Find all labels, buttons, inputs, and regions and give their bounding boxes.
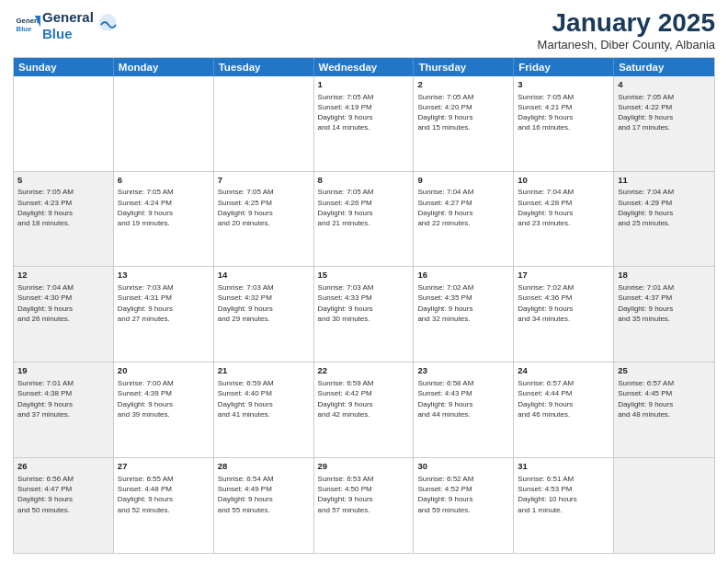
calendar-cell: 3Sunrise: 7:05 AM Sunset: 4:21 PM Daylig…	[514, 76, 614, 171]
day-number: 31	[518, 461, 609, 473]
day-info: Sunrise: 7:05 AM Sunset: 4:20 PM Dayligh…	[417, 92, 509, 133]
day-number: 13	[118, 270, 210, 282]
day-info: Sunrise: 6:56 AM Sunset: 4:47 PM Dayligh…	[17, 474, 109, 515]
day-info: Sunrise: 6:59 AM Sunset: 4:40 PM Dayligh…	[218, 378, 310, 419]
day-number: 19	[17, 365, 109, 377]
day-info: Sunrise: 7:02 AM Sunset: 4:36 PM Dayligh…	[518, 282, 609, 324]
calendar-week: 26Sunrise: 6:56 AM Sunset: 4:47 PM Dayli…	[14, 458, 714, 553]
calendar-cell: 22Sunrise: 6:59 AM Sunset: 4:42 PM Dayli…	[314, 362, 415, 457]
location: Martanesh, Diber County, Albania	[538, 38, 715, 52]
weekday-header: Friday	[514, 58, 614, 76]
weekday-header: Wednesday	[314, 58, 415, 76]
logo-icon: General Blue	[15, 13, 40, 39]
day-number: 1	[318, 79, 410, 91]
day-info: Sunrise: 7:04 AM Sunset: 4:29 PM Dayligh…	[618, 187, 711, 228]
day-info: Sunrise: 7:00 AM Sunset: 4:39 PM Dayligh…	[118, 378, 210, 419]
day-number: 8	[318, 175, 410, 187]
logo-general: General	[42, 9, 94, 25]
day-number: 23	[417, 365, 509, 377]
day-info: Sunrise: 6:52 AM Sunset: 4:52 PM Dayligh…	[417, 474, 509, 515]
day-number: 4	[618, 79, 711, 91]
day-info: Sunrise: 6:54 AM Sunset: 4:49 PM Dayligh…	[218, 474, 310, 515]
day-number: 28	[218, 461, 310, 473]
day-number: 15	[318, 270, 410, 282]
day-number: 9	[417, 175, 509, 187]
calendar-cell: 21Sunrise: 6:59 AM Sunset: 4:40 PM Dayli…	[214, 362, 314, 457]
calendar: SundayMondayTuesdayWednesdayThursdayFrid…	[13, 57, 715, 554]
calendar-cell: 19Sunrise: 7:01 AM Sunset: 4:38 PM Dayli…	[14, 362, 114, 457]
calendar-cell: 25Sunrise: 6:57 AM Sunset: 4:45 PM Dayli…	[614, 362, 714, 457]
calendar-cell: 9Sunrise: 7:04 AM Sunset: 4:27 PM Daylig…	[414, 172, 514, 267]
day-number: 18	[618, 270, 711, 282]
day-info: Sunrise: 7:01 AM Sunset: 4:38 PM Dayligh…	[17, 378, 109, 419]
calendar-cell: 5Sunrise: 7:05 AM Sunset: 4:23 PM Daylig…	[14, 172, 114, 267]
day-number: 20	[118, 365, 210, 377]
day-number: 14	[218, 270, 310, 282]
day-info: Sunrise: 7:05 AM Sunset: 4:22 PM Dayligh…	[618, 92, 711, 133]
day-number: 3	[518, 79, 609, 91]
title-area: January 2025 Martanesh, Diber County, Al…	[538, 9, 715, 52]
calendar-week: 19Sunrise: 7:01 AM Sunset: 4:38 PM Dayli…	[14, 362, 714, 458]
calendar-cell: 23Sunrise: 6:58 AM Sunset: 4:43 PM Dayli…	[414, 362, 514, 457]
day-number: 24	[518, 365, 609, 377]
logo-blue: Blue	[42, 26, 73, 41]
day-info: Sunrise: 6:57 AM Sunset: 4:45 PM Dayligh…	[618, 378, 711, 419]
day-info: Sunrise: 7:05 AM Sunset: 4:24 PM Dayligh…	[118, 187, 210, 228]
day-info: Sunrise: 6:57 AM Sunset: 4:44 PM Dayligh…	[518, 378, 609, 419]
month-year: January 2025	[538, 9, 715, 38]
calendar-cell: 14Sunrise: 7:03 AM Sunset: 4:32 PM Dayli…	[214, 267, 314, 362]
day-number: 2	[417, 79, 509, 91]
calendar-cell: 8Sunrise: 7:05 AM Sunset: 4:26 PM Daylig…	[314, 172, 415, 267]
day-number: 30	[417, 461, 509, 473]
day-number: 17	[518, 270, 609, 282]
header: General Blue General Blue January 2025 M…	[13, 9, 715, 52]
day-info: Sunrise: 7:03 AM Sunset: 4:32 PM Dayligh…	[218, 282, 310, 324]
calendar-cell: 30Sunrise: 6:52 AM Sunset: 4:52 PM Dayli…	[414, 458, 514, 553]
weekday-header: Sunday	[14, 58, 114, 76]
calendar-cell: 1Sunrise: 7:05 AM Sunset: 4:19 PM Daylig…	[314, 76, 415, 171]
day-number: 21	[218, 365, 310, 377]
calendar-cell: 6Sunrise: 7:05 AM Sunset: 4:24 PM Daylig…	[114, 172, 214, 267]
day-info: Sunrise: 7:04 AM Sunset: 4:27 PM Dayligh…	[417, 187, 509, 228]
calendar-header: SundayMondayTuesdayWednesdayThursdayFrid…	[14, 58, 714, 76]
calendar-cell: 20Sunrise: 7:00 AM Sunset: 4:39 PM Dayli…	[114, 362, 214, 457]
calendar-week: 12Sunrise: 7:04 AM Sunset: 4:30 PM Dayli…	[14, 267, 714, 362]
day-info: Sunrise: 7:03 AM Sunset: 4:33 PM Dayligh…	[318, 282, 410, 324]
day-info: Sunrise: 7:05 AM Sunset: 4:25 PM Dayligh…	[218, 187, 310, 228]
calendar-cell: 26Sunrise: 6:56 AM Sunset: 4:47 PM Dayli…	[14, 458, 114, 553]
day-number: 22	[318, 365, 410, 377]
day-info: Sunrise: 6:51 AM Sunset: 4:53 PM Dayligh…	[518, 474, 609, 515]
calendar-week: 5Sunrise: 7:05 AM Sunset: 4:23 PM Daylig…	[14, 172, 714, 268]
svg-text:Blue: Blue	[17, 25, 33, 33]
weekday-header: Thursday	[414, 58, 514, 76]
day-number: 7	[218, 175, 310, 187]
day-info: Sunrise: 6:55 AM Sunset: 4:48 PM Dayligh…	[118, 474, 210, 515]
day-info: Sunrise: 7:03 AM Sunset: 4:31 PM Dayligh…	[118, 282, 210, 324]
calendar-cell: 28Sunrise: 6:54 AM Sunset: 4:49 PM Dayli…	[214, 458, 314, 553]
day-info: Sunrise: 7:05 AM Sunset: 4:23 PM Dayligh…	[17, 187, 109, 228]
calendar-cell: 2Sunrise: 7:05 AM Sunset: 4:20 PM Daylig…	[414, 76, 514, 171]
day-info: Sunrise: 7:02 AM Sunset: 4:35 PM Dayligh…	[417, 282, 509, 324]
day-info: Sunrise: 6:58 AM Sunset: 4:43 PM Dayligh…	[417, 378, 509, 419]
calendar-cell	[14, 76, 114, 171]
weekday-header: Monday	[114, 58, 214, 76]
calendar-week: 1Sunrise: 7:05 AM Sunset: 4:19 PM Daylig…	[14, 76, 714, 172]
logo-wave-icon	[97, 12, 118, 32]
calendar-cell: 15Sunrise: 7:03 AM Sunset: 4:33 PM Dayli…	[314, 267, 415, 362]
day-number: 27	[118, 461, 210, 473]
weekday-header: Saturday	[614, 58, 714, 76]
day-info: Sunrise: 7:01 AM Sunset: 4:37 PM Dayligh…	[618, 282, 711, 324]
calendar-cell: 11Sunrise: 7:04 AM Sunset: 4:29 PM Dayli…	[614, 172, 714, 267]
calendar-cell: 31Sunrise: 6:51 AM Sunset: 4:53 PM Dayli…	[514, 458, 614, 553]
day-number: 26	[17, 461, 109, 473]
day-info: Sunrise: 6:59 AM Sunset: 4:42 PM Dayligh…	[318, 378, 410, 419]
day-info: Sunrise: 7:05 AM Sunset: 4:19 PM Dayligh…	[318, 92, 410, 133]
calendar-cell: 12Sunrise: 7:04 AM Sunset: 4:30 PM Dayli…	[14, 267, 114, 362]
day-number: 11	[618, 175, 711, 187]
weekday-header: Tuesday	[214, 58, 314, 76]
calendar-cell: 7Sunrise: 7:05 AM Sunset: 4:25 PM Daylig…	[214, 172, 314, 267]
logo-area: General Blue General Blue	[13, 9, 118, 42]
page: General Blue General Blue January 2025 M…	[0, 0, 728, 563]
calendar-cell: 17Sunrise: 7:02 AM Sunset: 4:36 PM Dayli…	[514, 267, 614, 362]
calendar-cell: 10Sunrise: 7:04 AM Sunset: 4:28 PM Dayli…	[514, 172, 614, 267]
